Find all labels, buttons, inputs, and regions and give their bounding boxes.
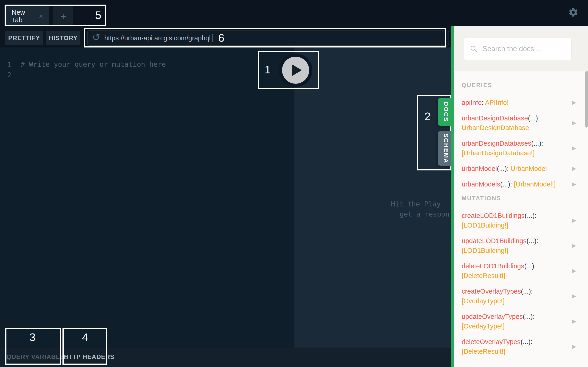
gear-icon — [567, 7, 579, 19]
docs-item[interactable]: createLOD1Buildings(...): [LOD1Building!… — [462, 211, 588, 230]
chevron-right-icon: ▶ — [567, 293, 581, 299]
docs-item-signature: updateLOD1Buildings(...): [LOD1Building!… — [462, 236, 567, 255]
annotation-label-4: 4 — [82, 331, 88, 344]
docs-item-signature: urbanModel(...): UrbanModel — [462, 164, 567, 173]
docs-search-header — [454, 26, 588, 71]
docs-item[interactable]: updateOverlayTypes(...): [OverlayType!]▶ — [462, 312, 588, 331]
chevron-right-icon: ▶ — [567, 243, 581, 249]
docs-item-signature: createLOD1Buildings(...): [LOD1Building!… — [462, 211, 567, 230]
docs-item[interactable]: deleteOverlayTypes(...): [DeleteResult!]… — [462, 337, 588, 356]
annotation-label-1: 1 — [265, 63, 271, 76]
docs-item[interactable]: urbanDesignDatabase(...): UrbanDesignDat… — [462, 113, 588, 133]
graphql-playground: New Tab × + PRETTIFY HISTORY ↺ https://u… — [0, 0, 588, 367]
chevron-right-icon: ▶ — [567, 120, 581, 126]
editor-placeholder-comment: # Write your query or mutation here — [21, 60, 166, 68]
prettify-button[interactable]: PRETTIFY — [5, 31, 43, 45]
docs-item-signature: urbanDesignDatabases(...): [UrbanDesignD… — [462, 139, 567, 158]
docs-panel: QUERIESapiInfo: APIInfo!▶urbanDesignData… — [454, 26, 588, 367]
annotation-box-1: 1 — [258, 51, 319, 89]
line-number-2: 2 — [7, 71, 11, 79]
docs-item[interactable]: createOverlayTypes(...): [OverlayType!]▶ — [462, 286, 588, 306]
annotation-label-3: 3 — [29, 331, 36, 344]
search-icon — [470, 45, 477, 53]
annotation-label-6: 6 — [218, 32, 225, 44]
chevron-right-icon: ▶ — [567, 145, 581, 151]
response-hint-line1: Hit the Play — [391, 200, 441, 208]
annotation-box-5: 5 — [5, 5, 106, 26]
docs-search-input[interactable] — [483, 45, 566, 53]
response-pane — [294, 48, 454, 348]
query-editor[interactable]: 1 2 # Write your query or mutation here — [0, 48, 294, 348]
docs-item[interactable]: updateLOD1Buildings(...): [LOD1Building!… — [462, 236, 588, 255]
docs-tab-label: DOCS — [442, 102, 450, 122]
docs-item-signature: deleteOverlayTypes(...): [DeleteResult!] — [462, 337, 567, 356]
docs-section-title: MUTATIONS — [462, 195, 588, 202]
annotation-box-6: 6 — [84, 28, 446, 48]
chevron-right-icon: ▶ — [567, 217, 581, 223]
schema-tab-label: SCHEMA — [442, 133, 450, 164]
chevron-right-icon: ▶ — [567, 344, 581, 350]
response-hint-line2: get a respon — [400, 210, 450, 218]
chevron-right-icon: ▶ — [567, 166, 581, 172]
docs-item-signature: updateOverlayTypes(...): [OverlayType!] — [462, 312, 567, 331]
docs-item[interactable]: urbanDesignDatabases(...): [UrbanDesignD… — [462, 139, 588, 158]
settings-button[interactable] — [567, 7, 579, 19]
chevron-right-icon: ▶ — [567, 268, 581, 274]
docs-scrollbar[interactable] — [585, 71, 588, 127]
docs-panel-edge[interactable] — [451, 26, 454, 367]
chevron-right-icon: ▶ — [567, 318, 581, 324]
docs-search-box[interactable] — [464, 38, 571, 60]
docs-item[interactable]: urbanModel(...): UrbanModel▶ — [462, 164, 588, 173]
docs-item-signature: urbanModels(...): [UrbanModel!] — [462, 179, 567, 189]
annotation-box-3: 3 — [5, 328, 61, 365]
docs-item-signature: deleteLOD1Buildings(...): [DeleteResult!… — [462, 261, 567, 281]
chevron-right-icon: ▶ — [567, 181, 581, 187]
docs-item-signature: createOverlayTypes(...): [OverlayType!] — [462, 286, 567, 306]
docs-sections: QUERIESapiInfo: APIInfo!▶urbanDesignData… — [454, 72, 588, 367]
docs-item[interactable]: apiInfo: APIInfo!▶ — [462, 98, 588, 107]
docs-section-title: QUERIES — [462, 82, 588, 89]
docs-item[interactable]: urbanModels(...): [UrbanModel!]▶ — [462, 179, 588, 189]
annotation-label-5: 5 — [95, 9, 101, 22]
chevron-right-icon: ▶ — [567, 100, 581, 106]
annotation-label-2: 2 — [424, 110, 431, 123]
docs-item[interactable]: deleteLOD1Buildings(...): [DeleteResult!… — [462, 261, 588, 281]
line-number-1: 1 — [7, 61, 11, 69]
docs-item-signature: urbanDesignDatabase(...): UrbanDesignDat… — [462, 113, 567, 133]
annotation-box-4: 4 — [62, 328, 107, 365]
history-button[interactable]: HISTORY — [46, 31, 80, 45]
docs-item-signature: apiInfo: APIInfo! — [462, 98, 567, 107]
